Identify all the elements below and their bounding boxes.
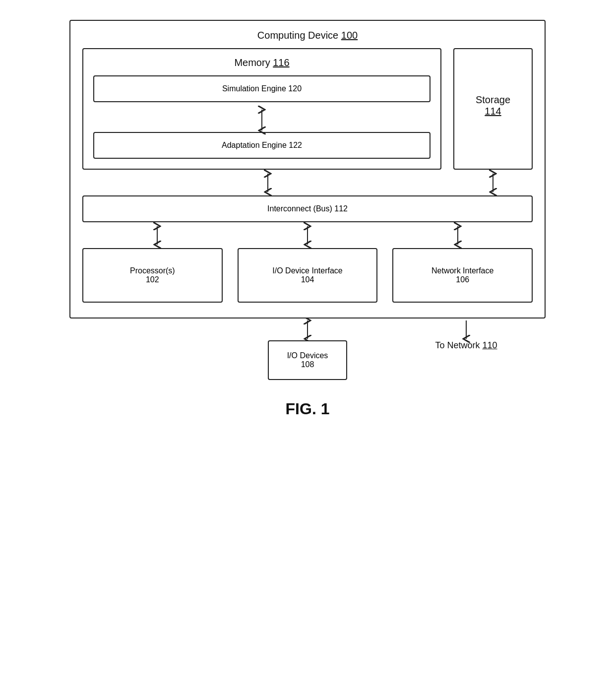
io-devices-box: I/O Devices 108 bbox=[268, 340, 347, 380]
network-interface-text: Network Interface bbox=[431, 266, 493, 275]
adaptation-engine-box: Adaptation Engine 122 bbox=[93, 132, 430, 159]
computing-device-box: Computing Device 100 Memory 116 Simulati… bbox=[69, 20, 546, 318]
io-devices-col: I/O Devices 108 bbox=[228, 318, 387, 380]
to-network-text: To Network bbox=[435, 340, 480, 350]
bus-to-net-arrow-svg bbox=[450, 224, 465, 246]
storage-label: Storage 114 bbox=[476, 94, 510, 117]
computing-device-text: Computing Device bbox=[257, 30, 338, 41]
memory-num: 116 bbox=[273, 57, 289, 68]
to-network-num: 110 bbox=[483, 340, 497, 350]
top-to-interconnect-arrows bbox=[82, 172, 533, 193]
processors-text: Processor(s) bbox=[130, 266, 175, 275]
processors-box: Processor(s) 102 bbox=[82, 248, 223, 303]
storage-text: Storage bbox=[476, 94, 510, 105]
network-col: To Network 110 bbox=[387, 318, 546, 351]
interconnect-box: Interconnect (Bus) 112 bbox=[82, 195, 533, 222]
processors-num: 102 bbox=[146, 275, 159, 284]
io-device-interface-text: I/O Device Interface bbox=[272, 266, 342, 275]
io-device-interface-box: I/O Device Interface 104 bbox=[238, 248, 378, 303]
adaptation-engine-text: Adaptation Engine bbox=[222, 141, 287, 149]
interconnect-text: Interconnect (Bus) bbox=[267, 204, 332, 213]
computing-device-num: 100 bbox=[341, 30, 358, 41]
adapt-to-bus-arrow-svg bbox=[260, 172, 275, 193]
storage-to-bus-arrow-col bbox=[453, 172, 533, 193]
bus-to-net-arrow-col bbox=[382, 224, 533, 246]
bus-to-io-arrow-col bbox=[233, 224, 383, 246]
network-interface-box: Network Interface 106 bbox=[392, 248, 533, 303]
sim-adapt-arrow-svg bbox=[254, 107, 269, 132]
io-device-interface-label: I/O Device Interface 104 bbox=[272, 266, 342, 284]
computing-device-label: Computing Device 100 bbox=[82, 30, 533, 41]
memory-text: Memory bbox=[234, 57, 270, 68]
adaptation-engine-num: 122 bbox=[289, 141, 302, 149]
io-devices-num: 108 bbox=[301, 360, 314, 369]
io-device-interface-num: 104 bbox=[301, 275, 314, 284]
simulation-engine-num: 120 bbox=[288, 84, 302, 93]
sim-adapt-arrow bbox=[93, 107, 430, 132]
net-interface-to-network-arrow bbox=[459, 318, 474, 340]
bus-to-proc-arrow-col bbox=[82, 224, 233, 246]
simulation-engine-box: Simulation Engine 120 bbox=[93, 75, 430, 102]
adapt-to-bus-arrow-col bbox=[82, 172, 453, 193]
diagram-wrapper: Computing Device 100 Memory 116 Simulati… bbox=[30, 20, 585, 418]
memory-label: Memory 116 bbox=[93, 57, 430, 68]
bottom-boxes-row: Processor(s) 102 I/O Device Interface 10… bbox=[82, 248, 533, 303]
io-interface-to-devices-arrow bbox=[300, 318, 315, 340]
processors-label: Processor(s) 102 bbox=[130, 266, 175, 284]
network-interface-num: 106 bbox=[456, 275, 469, 284]
io-devices-text: I/O Devices bbox=[287, 351, 328, 360]
storage-num: 114 bbox=[485, 106, 501, 117]
below-device-row: I/O Devices 108 To Network 110 bbox=[69, 318, 546, 380]
network-interface-label: Network Interface 106 bbox=[431, 266, 493, 284]
storage-to-bus-arrow-svg bbox=[486, 172, 500, 193]
bus-to-bottom-arrows bbox=[82, 224, 533, 246]
simulation-engine-text: Simulation Engine bbox=[222, 84, 286, 93]
fig-label: FIG. 1 bbox=[286, 400, 330, 418]
bus-to-io-arrow-svg bbox=[300, 224, 315, 246]
interconnect-num: 112 bbox=[334, 204, 348, 213]
storage-box: Storage 114 bbox=[453, 48, 533, 170]
bus-to-proc-arrow-svg bbox=[150, 224, 165, 246]
to-network-label: To Network 110 bbox=[435, 340, 497, 351]
top-row: Memory 116 Simulation Engine 120 bbox=[82, 48, 533, 170]
memory-box: Memory 116 Simulation Engine 120 bbox=[82, 48, 441, 170]
